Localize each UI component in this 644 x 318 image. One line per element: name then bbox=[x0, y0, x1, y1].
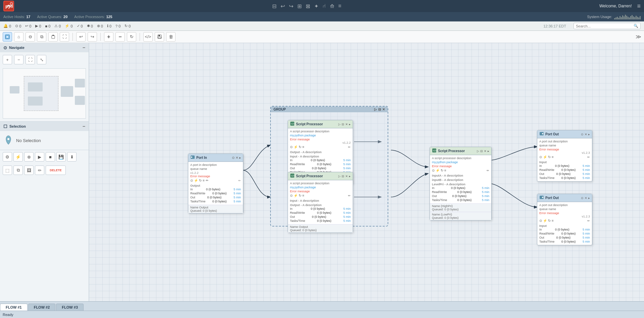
sp3-controls[interactable]: ▷ ⊟ ✕ ▸ bbox=[477, 149, 489, 153]
sp1-ctrl-2[interactable]: ⊟ bbox=[342, 123, 344, 126]
port-in-ctrl-row[interactable]: ⊙ ⚡ ↻ ≡ ✏ ✏ bbox=[190, 178, 241, 183]
port-in-node[interactable]: Port In ⊙ ✕ ▸ A port in description queu… bbox=[188, 153, 243, 213]
notif-question[interactable]: ? 0 bbox=[115, 24, 120, 28]
toolbar-refresh-btn[interactable]: ↻ bbox=[127, 32, 136, 42]
po1-cr-3[interactable]: ↻ bbox=[548, 155, 551, 159]
toolbar-select-btn[interactable] bbox=[3, 32, 12, 42]
po1-ctrl-row[interactable]: ⊙ ⚡ ↻ ≡ ✏ bbox=[539, 154, 590, 160]
po2-ctrl-2[interactable]: ✕ bbox=[585, 196, 587, 200]
zoom-in-btn[interactable]: + bbox=[3, 55, 12, 64]
port-in-ctrl-c[interactable]: ↻ bbox=[199, 179, 202, 182]
sp1-cr-3[interactable]: ↻ bbox=[299, 145, 301, 149]
action-halt-btn[interactable]: ■ bbox=[46, 152, 55, 162]
toolbar-minus-btn[interactable]: − bbox=[115, 32, 125, 42]
expand-view-btn[interactable]: ⤡ bbox=[37, 55, 46, 64]
po2-cr-1[interactable]: ⊙ bbox=[539, 219, 542, 222]
notif-bolt[interactable]: ⚡ 0 bbox=[65, 24, 72, 28]
notif-plus[interactable]: ⊕ 0 bbox=[97, 24, 103, 28]
port-out-2-node[interactable]: Port Out ⊙ ✕ ▸ A port out description qu… bbox=[537, 194, 592, 245]
action-run-btn[interactable]: ⚡ bbox=[13, 152, 23, 162]
sp2-cr-2[interactable]: ⚡ bbox=[294, 194, 298, 197]
nav-icon-4[interactable]: ⊞ bbox=[297, 3, 302, 9]
sp2-controls[interactable]: ▷ ⊟ ✕ ▸ bbox=[338, 175, 351, 178]
sp2-ctrl-4[interactable]: ▸ bbox=[349, 175, 351, 178]
sp1-cr-2[interactable]: ⚡ bbox=[294, 145, 298, 149]
group-ctrl-play[interactable]: ▷ bbox=[374, 108, 377, 111]
sp3-cr-3[interactable]: ↻ bbox=[441, 169, 443, 172]
sp1-ctrl-3[interactable]: ✕ bbox=[345, 123, 348, 126]
toolbar-save-btn[interactable] bbox=[155, 32, 164, 42]
toolbar-redo-btn[interactable]: ↪ bbox=[88, 32, 97, 42]
notif-alarm[interactable]: 🔔 0 bbox=[3, 24, 11, 28]
po2-cr-edit[interactable]: ✏ bbox=[587, 219, 590, 222]
sp2-cr-edit[interactable]: ✏ bbox=[348, 194, 351, 197]
notif-stop[interactable]: ■ 0 bbox=[45, 24, 51, 28]
sp3-ctrl-1[interactable]: ▷ bbox=[477, 149, 479, 153]
tab-flow-2[interactable]: FLOW #2 bbox=[28, 304, 56, 311]
action-play-btn[interactable]: ▶ bbox=[35, 152, 44, 162]
po1-cr-1[interactable]: ⊙ bbox=[539, 155, 542, 159]
nav-icon-9[interactable]: ≡ bbox=[338, 3, 341, 9]
tab-flow-1[interactable]: FLOW #1 bbox=[0, 304, 28, 311]
sp1-cr-4[interactable]: ≡ bbox=[302, 145, 304, 149]
sp2-ctrl-1[interactable]: ▷ bbox=[338, 175, 341, 178]
nav-icon-1[interactable]: ⊟ bbox=[272, 3, 277, 9]
group-ctrl-min[interactable]: ⊟ bbox=[378, 108, 381, 111]
nav-icon-5[interactable]: ⊠ bbox=[306, 3, 310, 9]
sp1-cr-edit[interactable]: ✏ bbox=[348, 145, 351, 149]
toolbar-home-btn[interactable]: ⌂ bbox=[14, 32, 23, 42]
action-download-btn[interactable]: ⬇ bbox=[67, 152, 77, 162]
po2-controls[interactable]: ⊙ ✕ ▸ bbox=[581, 196, 590, 200]
notif-circle[interactable]: ⊙ 0 bbox=[15, 24, 21, 28]
port-in-edit-icon[interactable]: ✏ bbox=[238, 179, 241, 182]
sp3-cr-2[interactable]: ⚡ bbox=[436, 169, 440, 172]
po2-ctrl-3[interactable]: ▸ bbox=[588, 196, 590, 200]
po2-cr-2[interactable]: ⚡ bbox=[543, 219, 547, 222]
po1-ctrl-2[interactable]: ✕ bbox=[585, 133, 587, 136]
notif-play[interactable]: ▶ 0 bbox=[35, 24, 41, 28]
group-ctrl-close[interactable]: ✕ bbox=[382, 108, 385, 111]
toolbar-add-btn[interactable]: + bbox=[104, 32, 113, 42]
sp3-cr-1[interactable]: ⊙ bbox=[432, 169, 435, 172]
toolbar-code-btn[interactable]: </> bbox=[143, 32, 153, 42]
port-in-ctrl-2[interactable]: ✕ bbox=[236, 156, 238, 160]
canvas-area[interactable]: Port In ⊙ ✕ ▸ A port in description queu… bbox=[89, 43, 644, 301]
tab-flow-3[interactable]: FLOW #3 bbox=[56, 304, 84, 311]
notif-undo[interactable]: ↩ 0 bbox=[25, 24, 31, 28]
po1-ctrl-3[interactable]: ▸ bbox=[588, 133, 590, 136]
notif-warn[interactable]: ⚠ 0 bbox=[54, 24, 61, 28]
sp3-ctrl-row[interactable]: ⊙ ⚡ ↻ ≡ ✏ bbox=[432, 168, 489, 173]
action-settings-btn[interactable]: ⚙ bbox=[3, 152, 12, 162]
sp3-ctrl-2[interactable]: ⊟ bbox=[480, 149, 483, 153]
sp2-cr-3[interactable]: ↻ bbox=[299, 194, 301, 197]
nav-icon-2[interactable]: ↩ bbox=[281, 3, 285, 9]
sp1-controls[interactable]: ▷ ⊟ ✕ ▸ bbox=[338, 123, 351, 126]
notif-check[interactable]: ✓ 0 bbox=[77, 24, 83, 28]
sp2-ctrl-row[interactable]: ⊙ ⚡ ↻ ≡ ✏ bbox=[290, 193, 351, 198]
po1-ctrl-1[interactable]: ⊙ bbox=[581, 133, 584, 136]
nav-icon-8[interactable]: ⟰ bbox=[330, 3, 334, 9]
sp2-ctrl-2[interactable]: ⊟ bbox=[342, 175, 344, 178]
script-processor-3-node[interactable]: </> Script Processor ▷ ⊟ ✕ ▸ A script pr… bbox=[430, 147, 492, 220]
toolbar-delete-btn[interactable]: 🗑 bbox=[166, 32, 176, 42]
po1-cr-2[interactable]: ⚡ bbox=[543, 155, 547, 159]
notif-star[interactable]: ✱ 0 bbox=[87, 24, 93, 28]
toolbar-copy-btn[interactable]: ⧉ bbox=[37, 32, 46, 42]
navigate-collapse-btn[interactable]: − bbox=[83, 45, 85, 50]
sp1-ctrl-1[interactable]: ▷ bbox=[338, 123, 341, 126]
po2-cr-4[interactable]: ≡ bbox=[552, 219, 554, 222]
sp1-ctrl-4[interactable]: ▸ bbox=[349, 123, 351, 126]
notif-refresh[interactable]: ↻ 0 bbox=[125, 24, 131, 28]
port-in-controls[interactable]: ⊙ ✕ ▸ bbox=[232, 156, 241, 160]
action-delete-btn[interactable]: DELETE bbox=[46, 166, 66, 175]
nav-icon-3[interactable]: ↪ bbox=[289, 3, 293, 9]
action-paste-btn[interactable]: ⧉ bbox=[13, 166, 23, 175]
po2-ctrl-row[interactable]: ⊙ ⚡ ↻ ≡ ✏ bbox=[539, 218, 590, 223]
sp1-cr-1[interactable]: ⊙ bbox=[290, 145, 293, 149]
sp2-ctrl-3[interactable]: ✕ bbox=[345, 175, 348, 178]
action-image-btn[interactable]: 🖼 bbox=[24, 166, 34, 175]
port-in-ctrl-d[interactable]: ≡ bbox=[203, 179, 205, 182]
po1-cr-4[interactable]: ≡ bbox=[552, 155, 554, 159]
script-processor-2-node[interactable]: </> Script Processor ▷ ⊟ ✕ ▸ A script pr… bbox=[288, 172, 353, 233]
search-area[interactable]: 🔍 bbox=[574, 23, 641, 29]
